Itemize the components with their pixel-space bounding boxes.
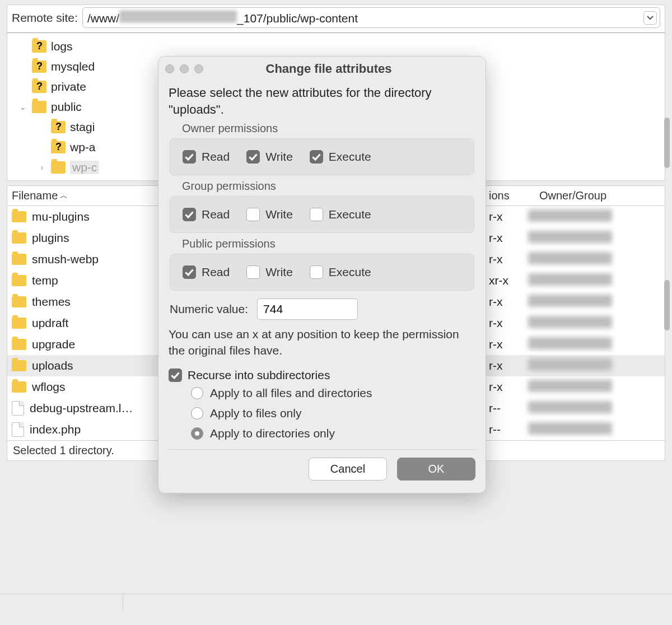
file-name: debug-upstream.l…: [30, 402, 133, 415]
file-name: upgrade: [32, 338, 75, 351]
dialog-title: Change file attributes: [209, 62, 449, 76]
owner-redacted: [528, 380, 612, 392]
change-attributes-dialog: Change file attributes Please select the…: [158, 56, 486, 493]
remote-path-input[interactable]: /www/_107/public/wp-content: [82, 7, 660, 28]
group-execute-checkbox[interactable]: [310, 208, 323, 221]
column-owner-header[interactable]: Owner/Group: [539, 189, 606, 202]
owner-execute-checkbox[interactable]: [310, 150, 323, 164]
file-permissions: r-x: [489, 295, 528, 309]
folder-icon: [12, 232, 26, 244]
file-name: index.php: [30, 423, 81, 436]
file-icon: [12, 401, 24, 416]
checkbox-label: Write: [265, 208, 293, 221]
tree-item-label: wp-c: [70, 161, 99, 174]
folder-icon: [12, 318, 26, 329]
file-permissions: r-x: [489, 231, 528, 245]
remote-path-suffix: _107/public/wp-content: [237, 12, 358, 25]
apply-dirs-label: Apply to directories only: [210, 427, 335, 440]
apply-all-radio[interactable]: [191, 387, 203, 399]
tree-scrollbar[interactable]: [664, 118, 670, 168]
folder-icon: [32, 60, 46, 73]
tree-item-label: mysqled: [51, 60, 95, 73]
file-permissions: xr-x: [489, 274, 528, 287]
owner-read-checkbox[interactable]: [183, 150, 196, 164]
owner-redacted: [528, 422, 612, 435]
file-permissions: r-x: [489, 380, 528, 394]
recurse-label: Recurse into subdirectories: [188, 369, 330, 382]
owner-redacted: [528, 295, 612, 307]
file-permissions: r--: [489, 423, 528, 436]
folder-icon: [51, 141, 66, 153]
column-filename-header[interactable]: Filename: [12, 189, 58, 202]
file-icon: [12, 422, 24, 437]
numeric-help-text: You can use an x at any position to keep…: [169, 327, 475, 358]
file-permissions: r-x: [489, 359, 528, 372]
tree-item-label: private: [51, 80, 86, 94]
checkbox-label: Execute: [329, 265, 371, 279]
public-permissions-label: Public permissions: [182, 237, 475, 250]
remote-path-dropdown-button[interactable]: [643, 11, 657, 25]
owner-redacted: [528, 252, 612, 264]
numeric-value-input[interactable]: [257, 298, 358, 320]
zoom-window-button[interactable]: [194, 64, 203, 73]
folder-icon: [12, 211, 26, 222]
folder-icon: [12, 275, 26, 286]
file-permissions: r-x: [489, 316, 528, 330]
remote-path-prefix: /www/: [87, 12, 119, 25]
close-window-button[interactable]: [165, 64, 174, 73]
numeric-value-label: Numeric value:: [170, 302, 248, 316]
owner-redacted: [528, 209, 612, 222]
owner-redacted: [528, 401, 612, 413]
file-permissions: r-x: [489, 253, 528, 266]
apply-files-radio[interactable]: [191, 407, 203, 419]
checkbox-label: Read: [202, 208, 230, 221]
ok-button[interactable]: OK: [397, 458, 475, 481]
public-write-checkbox[interactable]: [246, 265, 260, 279]
file-name: mu-plugins: [32, 210, 90, 223]
owner-redacted: [528, 231, 612, 243]
owner-redacted: [528, 273, 612, 286]
file-name: temp: [32, 274, 58, 287]
column-permissions-header[interactable]: ions: [489, 189, 539, 202]
folder-icon: [12, 339, 26, 350]
file-permissions: r-x: [489, 338, 528, 351]
list-scrollbar[interactable]: [664, 280, 670, 330]
dialog-intro: Please select the new attributes for the…: [169, 85, 475, 118]
group-permissions-label: Group permissions: [182, 180, 475, 193]
file-name: uploads: [32, 359, 73, 372]
owner-redacted: [528, 316, 612, 328]
recurse-checkbox[interactable]: [169, 369, 182, 382]
group-read-checkbox[interactable]: [183, 208, 196, 221]
minimize-window-button[interactable]: [180, 64, 189, 73]
owner-write-checkbox[interactable]: [246, 150, 260, 164]
cancel-button[interactable]: Cancel: [309, 458, 387, 481]
sort-ascending-icon: ︿: [60, 191, 68, 201]
checkbox-label: Write: [265, 265, 293, 279]
remote-site-label: Remote site:: [12, 11, 78, 25]
folder-icon: [32, 40, 46, 53]
folder-icon: [51, 161, 66, 174]
tree-item-label: public: [51, 100, 82, 114]
folder-icon: [32, 101, 46, 113]
tree-item[interactable]: logs: [7, 36, 665, 57]
tree-item-label: stagi: [70, 120, 95, 134]
folder-icon: [12, 254, 26, 265]
chevron-right-icon[interactable]: ›: [38, 163, 46, 172]
checkbox-label: Execute: [329, 150, 371, 164]
redacted-path-segment: [119, 10, 237, 22]
file-name: plugins: [32, 231, 69, 245]
apply-dirs-radio[interactable]: [191, 427, 203, 440]
public-execute-checkbox[interactable]: [310, 265, 323, 279]
checkbox-label: Write: [265, 150, 293, 164]
owner-permissions-label: Owner permissions: [182, 122, 475, 135]
public-read-checkbox[interactable]: [183, 265, 196, 279]
chevron-down-icon[interactable]: ⌄: [18, 102, 27, 111]
bottom-panel: [0, 594, 672, 625]
tree-item-label: wp-a: [70, 141, 96, 154]
tree-item-label: logs: [51, 40, 73, 53]
file-name: themes: [32, 295, 71, 309]
owner-redacted: [528, 358, 612, 371]
group-write-checkbox[interactable]: [246, 208, 260, 221]
file-name: wflogs: [32, 380, 66, 394]
file-name: smush-webp: [32, 253, 99, 266]
